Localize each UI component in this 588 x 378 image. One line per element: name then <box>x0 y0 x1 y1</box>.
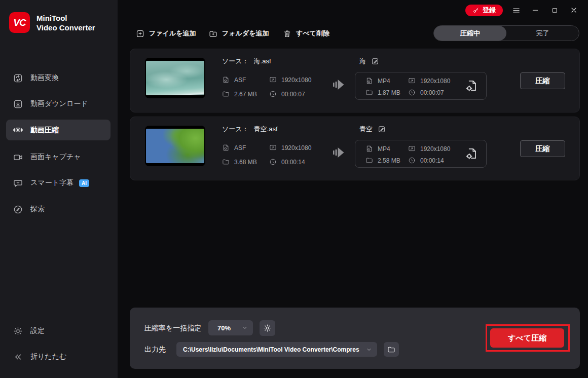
source-duration-value: 00:00:14 <box>281 159 305 166</box>
delete-all-button[interactable]: すべて削除 <box>283 27 329 40</box>
output-duration-value: 00:00:07 <box>420 89 444 96</box>
add-folder-button[interactable]: フォルダを追加 <box>209 27 269 40</box>
output-name: 青空 <box>359 125 373 134</box>
file-settings-icon[interactable] <box>465 79 478 92</box>
output-path-value: C:\Users\lizlu\Documents\MiniTool Video … <box>183 346 359 353</box>
tab-compressing[interactable]: 圧縮中 <box>434 26 506 41</box>
sidebar-item-smart-subtitle[interactable]: スマート字幕 AI <box>6 174 111 192</box>
edit-icon[interactable] <box>371 57 379 65</box>
add-files-button[interactable]: ファイルを追加 <box>136 27 196 40</box>
thumbnail-sea-image <box>146 61 204 95</box>
source-filename: 海.asf <box>254 57 271 66</box>
compress-button[interactable]: 圧縮 <box>520 140 565 157</box>
download-icon <box>13 99 23 109</box>
register-button[interactable]: 登録 <box>465 5 503 16</box>
maximize-button[interactable] <box>548 4 561 16</box>
file-settings-icon[interactable] <box>465 147 478 160</box>
tab-done[interactable]: 完了 <box>506 26 579 41</box>
minimize-icon <box>531 6 539 14</box>
source-duration: 00:00:07 <box>269 90 305 98</box>
source-format-value: ASF <box>234 77 246 84</box>
gear-icon <box>13 326 23 336</box>
output-resolution-value: 1920x1080 <box>420 145 450 153</box>
register-label: 登録 <box>483 6 496 15</box>
output-title: 海 <box>359 57 379 66</box>
convert-icon <box>13 73 23 83</box>
output-name: 海 <box>359 57 366 66</box>
minimize-button[interactable] <box>529 4 541 16</box>
menu-icon <box>512 6 521 15</box>
output-format-value: MP4 <box>378 78 390 85</box>
compress-icon <box>13 125 23 135</box>
resolution-icon <box>408 77 416 85</box>
source-title: ソース： 海.asf <box>222 57 271 66</box>
compress-all-label: すべて圧縮 <box>508 333 546 343</box>
output-info-box[interactable]: MP4 1920x1080 2.58 MB 00:00:14 <box>355 140 487 168</box>
output-title: 青空 <box>359 125 386 134</box>
output-size: 2.58 MB <box>365 157 400 164</box>
resolution-icon <box>408 145 416 153</box>
clock-icon <box>269 158 277 166</box>
output-path-select[interactable]: C:\Users\lizlu\Documents\MiniTool Video … <box>176 342 377 357</box>
output-size: 1.87 MB <box>365 89 400 96</box>
edit-icon[interactable] <box>378 125 386 133</box>
source-size: 2.67 MB <box>222 90 257 98</box>
task-row-sea: ソース： 海.asf ASF 1920x1080 2.67 MB 00:00 <box>130 49 580 112</box>
folder-icon <box>387 346 395 354</box>
file-format-icon <box>365 77 373 85</box>
compression-rate-value: 70% <box>217 324 231 332</box>
app-logo-icon: VC <box>9 12 30 33</box>
compression-rate-select[interactable]: 70% <box>208 320 253 335</box>
clock-icon <box>408 89 416 96</box>
source-duration: 00:00:14 <box>269 158 305 166</box>
output-size-value: 1.87 MB <box>378 89 400 96</box>
output-duration-value: 00:00:14 <box>420 157 444 164</box>
output-format: MP4 <box>365 145 390 153</box>
key-icon <box>472 7 480 14</box>
compression-rate-label: 圧縮率を一括指定 <box>144 324 201 333</box>
compress-all-button[interactable]: すべて圧縮 <box>490 328 564 348</box>
clock-icon <box>408 157 416 164</box>
folder-icon <box>365 157 373 164</box>
source-size-value: 3.68 MB <box>234 159 257 166</box>
source-title: ソース： 青空.asf <box>222 125 278 134</box>
output-resolution: 1920x1080 <box>408 77 450 85</box>
task-row-sky: ソース： 青空.asf ASF 1920x1080 3.68 MB 00:0 <box>130 117 580 180</box>
sidebar-item-video-convert[interactable]: 動画変換 <box>6 69 111 87</box>
clock-icon <box>269 90 277 98</box>
step-arrow-icon <box>333 146 348 159</box>
add-folder-label: フォルダを追加 <box>222 29 269 38</box>
video-thumbnail <box>145 58 205 98</box>
source-format-value: ASF <box>234 144 246 152</box>
sidebar-item-screen-capture[interactable]: 画面キャプチャ <box>6 148 111 166</box>
source-resolution: 1920x1080 <box>269 144 311 152</box>
trash-icon <box>283 29 291 38</box>
app-logo-block: VC MiniTool Video Converter <box>9 12 95 33</box>
output-duration: 00:00:07 <box>408 89 444 96</box>
sidebar-item-label: 探索 <box>30 205 45 214</box>
compress-button-label: 圧縮 <box>536 77 550 86</box>
sidebar-item-video-download[interactable]: 動画ダウンロード <box>6 95 111 112</box>
output-info-box[interactable]: MP4 1920x1080 1.87 MB 00:00:07 <box>355 72 487 100</box>
add-file-icon <box>136 29 144 38</box>
source-filename: 青空.asf <box>254 125 278 134</box>
minitool-video-converter-window: VC MiniTool Video Converter 動画変換 動画ダウンロー… <box>0 0 588 378</box>
menu-button[interactable] <box>510 4 522 16</box>
folder-icon <box>222 158 230 166</box>
sidebar-item-label: 画面キャプチャ <box>30 153 81 162</box>
subtitle-icon <box>13 178 23 188</box>
source-label: ソース： <box>222 125 249 134</box>
compress-button[interactable]: 圧縮 <box>520 72 565 89</box>
sidebar-item-explore[interactable]: 探索 <box>6 201 111 218</box>
sidebar-collapse-button[interactable]: 折りたたむ <box>6 348 111 365</box>
source-size-value: 2.67 MB <box>234 91 257 98</box>
close-button[interactable] <box>568 4 580 16</box>
browse-folder-button[interactable] <box>384 342 399 357</box>
sidebar-item-settings[interactable]: 設定 <box>6 322 111 339</box>
sidebar: VC MiniTool Video Converter 動画変換 動画ダウンロー… <box>0 0 118 378</box>
compress-button-label: 圧縮 <box>536 144 550 154</box>
sidebar-item-video-compress[interactable]: 動画圧縮 <box>6 120 111 140</box>
sidebar-item-label: 動画圧縮 <box>30 126 59 135</box>
source-label: ソース： <box>222 57 249 66</box>
compression-settings-button[interactable] <box>260 320 275 336</box>
